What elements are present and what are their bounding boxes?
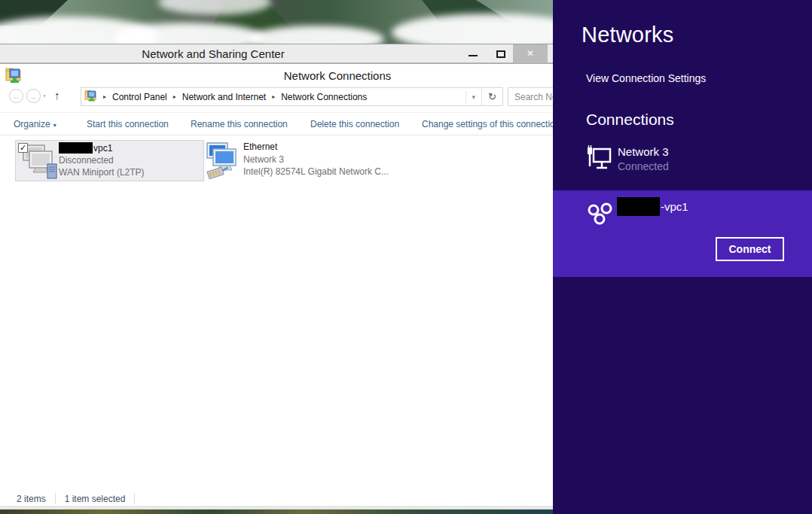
breadcrumb-network-connections[interactable]: Network Connections — [279, 92, 368, 102]
organize-button[interactable]: Organize▾ — [14, 119, 56, 129]
connection-device: Intel(R) 82574L Gigabit Network C... — [243, 166, 389, 177]
items-count: 2 items — [17, 494, 46, 504]
command-toolbar: Organize▾ Start this connection Rename t… — [0, 112, 553, 135]
breadcrumb-separator-icon: ▸ — [169, 93, 181, 100]
back-icon[interactable]: ← — [9, 89, 23, 103]
maximize-button[interactable] — [496, 50, 505, 58]
connection-device: WAN Miniport (L2TP) — [59, 167, 145, 178]
breadcrumb-location-icon — [84, 89, 97, 105]
window-network-connections: Network Connections ← → ▾ ↑ ▸ — [0, 63, 553, 506]
search-input[interactable] — [508, 88, 553, 105]
connection-name: Ethernet — [243, 141, 277, 152]
status-separator — [134, 493, 135, 504]
delete-connection-button[interactable]: Delete this connection — [310, 119, 399, 129]
breadcrumb-separator-icon: ▸ — [267, 93, 279, 100]
search-box — [508, 87, 553, 106]
connection-status: Network 3 — [243, 154, 284, 165]
breadcrumb-separator-icon: ▸ — [99, 93, 111, 100]
change-settings-button[interactable]: Change settings of this connection — [422, 119, 553, 129]
vpn-icon — [586, 201, 615, 231]
window-title: Network and Sharing Center — [142, 47, 284, 60]
close-button[interactable]: ✕ — [513, 44, 548, 63]
address-bar: ← → ▾ ↑ ▸ Control Panel ▸ — [0, 87, 553, 108]
breadcrumb-network-and-internet[interactable]: Network and Internet — [181, 92, 267, 102]
wired-network-icon — [586, 144, 612, 176]
status-bar: 2 items 1 item selected — [17, 493, 135, 504]
networks-panel-title: Networks — [582, 23, 673, 47]
vpn-network-row-selected[interactable]: -vpc1 Connect — [553, 190, 812, 277]
networks-panel: Networks View Connection Settings Connec… — [553, 0, 812, 514]
recent-pages-chevron-icon[interactable]: ▾ — [43, 93, 46, 99]
connection-status: Disconnected — [59, 155, 114, 166]
view-connection-settings-link[interactable]: View Connection Settings — [586, 72, 706, 84]
desktop: Network and Sharing Center ✕ Network Con… — [0, 0, 812, 514]
selection-count: 1 item selected — [65, 494, 126, 504]
address-dropdown-chevron-icon[interactable]: ▾ — [466, 91, 482, 103]
connections-heading: Connections — [586, 111, 674, 129]
breadcrumb: ▸ Control Panel ▸ Network and Internet ▸… — [81, 87, 503, 106]
title-bar: Network Connections — [0, 64, 553, 87]
start-connection-button[interactable]: Start this connection — [87, 119, 169, 129]
item-checkbox[interactable]: ✓ — [18, 143, 28, 153]
network-connections-folder-icon — [5, 66, 22, 87]
rename-connection-button[interactable]: Rename this connection — [191, 119, 288, 129]
network-status: Connected — [618, 160, 669, 172]
breadcrumb-control-panel[interactable]: Control Panel — [111, 92, 169, 102]
connection-name: vpc1 — [59, 142, 112, 154]
desktop-wallpaper-bottom-sliver — [0, 509, 553, 514]
chevron-down-icon: ▾ — [53, 122, 56, 129]
ethernet-adapter-icon — [205, 141, 243, 182]
vpn-name: -vpc1 — [617, 197, 688, 216]
redacted-text — [617, 197, 660, 216]
redacted-text — [59, 142, 93, 154]
wired-network-row[interactable]: Network 3 Connected — [553, 140, 812, 179]
connection-item-ethernet[interactable]: Ethernet Network 3 Intel(R) 82574L Gigab… — [203, 140, 401, 181]
connect-button[interactable]: Connect — [716, 237, 784, 261]
connection-item-vpn[interactable]: ✓ vpc1 Disconnected WAN Miniport (L — [15, 140, 204, 181]
forward-icon[interactable]: → — [26, 89, 41, 103]
refresh-icon[interactable]: ↻ — [481, 88, 502, 105]
window-network-sharing-center: Network and Sharing Center ✕ — [0, 44, 553, 63]
status-separator — [55, 493, 56, 504]
up-icon[interactable]: ↑ — [54, 89, 60, 102]
network-name: Network 3 — [618, 145, 669, 158]
window-title: Network Connections — [284, 69, 392, 82]
minimize-button[interactable] — [469, 55, 478, 56]
